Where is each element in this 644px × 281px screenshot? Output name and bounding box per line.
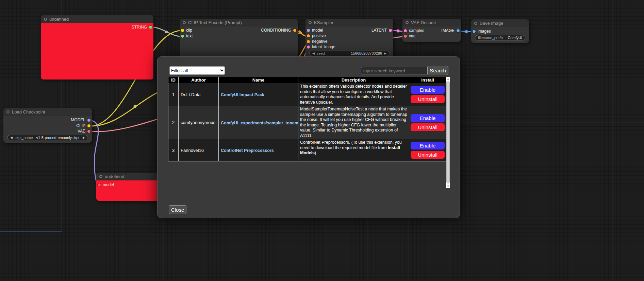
- string-output-port[interactable]: [149, 26, 152, 29]
- widget-label: seed: [317, 51, 325, 55]
- images-input-port[interactable]: [473, 30, 476, 33]
- latent-image-input-port[interactable]: [307, 46, 310, 49]
- scrollbar-up-icon[interactable]: ▲: [446, 77, 450, 81]
- collapse-dot-icon[interactable]: [183, 21, 186, 24]
- input-slot-model: model: [98, 182, 114, 187]
- negative-input-port[interactable]: [307, 40, 310, 43]
- samples-input-port[interactable]: [404, 29, 407, 32]
- collapse-dot-icon[interactable]: [309, 21, 312, 24]
- description-text: This extension offers various detector n…: [300, 84, 407, 105]
- node-title-bar[interactable]: KSampler: [306, 19, 393, 27]
- filename-prefix-widget[interactable]: filename_prefix ComfyUI: [475, 35, 525, 40]
- input-slot-clip: clip: [181, 28, 192, 33]
- widget-value: ComfyUI: [508, 36, 522, 40]
- enable-button[interactable]: Enable: [411, 114, 445, 122]
- cell-name: ComfyUI_experiments/sampler_tonemap: [219, 106, 298, 139]
- node-title-bar[interactable]: VAE Decode: [402, 19, 461, 27]
- decrement-arrow-icon[interactable]: ◀: [312, 52, 315, 55]
- collapse-dot-icon[interactable]: [44, 18, 47, 21]
- description-tail: ): [315, 151, 316, 155]
- output-slot-latent: LATENT: [371, 28, 392, 33]
- model-output-port[interactable]: [87, 119, 90, 122]
- latent-output-port[interactable]: [389, 29, 392, 32]
- input-label: vae: [409, 34, 415, 38]
- collapse-dot-icon[interactable]: [99, 175, 102, 178]
- clip-input-port[interactable]: [181, 29, 184, 32]
- node-title-label: Save Image: [480, 21, 503, 26]
- node-body: samples vae IMAGE: [402, 27, 461, 42]
- prev-arrow-icon[interactable]: ◀: [10, 136, 13, 139]
- table-row: 2 comfyanonymous ComfyUI_experiments/sam…: [168, 106, 446, 139]
- enable-button[interactable]: Enable: [411, 142, 445, 150]
- scrollbar-down-icon[interactable]: ▼: [446, 184, 450, 188]
- node-title-bar[interactable]: Save Image: [471, 19, 529, 27]
- node-body: MODEL CLIP VAE ◀ ckpt_name v1-5-pruned-e…: [3, 116, 92, 143]
- search-input[interactable]: [361, 67, 429, 74]
- node-body: images filename_prefix ComfyUI: [471, 27, 529, 43]
- node-load-checkpoint[interactable]: Load Checkpoint MODEL CLIP VAE ◀ ckpt_na…: [3, 108, 92, 143]
- cell-install: Enable Uninstall: [409, 106, 446, 139]
- image-output-port[interactable]: [457, 29, 460, 32]
- conditioning-output-port[interactable]: [293, 29, 296, 32]
- collapse-dot-icon[interactable]: [474, 22, 477, 25]
- cell-name: ControlNet Preprocessors: [219, 139, 298, 161]
- seed-widget[interactable]: ◀ seed 156680208700286 ▶: [309, 51, 390, 56]
- output-slot-image: IMAGE: [441, 28, 460, 33]
- input-label: clip: [186, 28, 192, 33]
- extension-link[interactable]: ControlNet Preprocessors: [221, 148, 274, 153]
- input-label: latent_image: [312, 45, 335, 49]
- node-title-label: Load Checkpoint: [12, 109, 45, 115]
- input-slot-samples: samples: [404, 28, 424, 33]
- output-label: CONDITIONING: [261, 28, 291, 33]
- node-body: clip text CONDITIONING: [180, 27, 298, 58]
- node-ksampler[interactable]: KSampler model positive negative latent_…: [306, 19, 393, 58]
- uninstall-button[interactable]: Uninstall: [411, 123, 445, 131]
- collapse-dot-icon[interactable]: [6, 110, 10, 113]
- node-title-bar[interactable]: Load Checkpoint: [3, 108, 92, 116]
- output-slot-conditioning: CONDITIONING: [261, 28, 296, 33]
- cell-author: Dr.Lt.Data: [179, 83, 219, 106]
- cell-description: ControlNet Preprocessors. (To use this e…: [298, 139, 409, 161]
- table-scrollbar[interactable]: ▲ ▼: [446, 77, 450, 188]
- search-button[interactable]: Search: [427, 66, 448, 75]
- text-input-port[interactable]: [181, 35, 184, 38]
- increment-arrow-icon[interactable]: ▶: [384, 52, 386, 55]
- cell-install: Enable Uninstall: [409, 139, 446, 161]
- node-title-bar[interactable]: undefined: [41, 15, 153, 23]
- extension-link[interactable]: ComfyUI Impact Pack: [221, 92, 264, 97]
- input-label: samples: [409, 28, 424, 33]
- node-clip-text-encode[interactable]: CLIP Text Encode (Prompt) clip text COND…: [180, 19, 298, 58]
- wire-dot-image: [465, 30, 468, 33]
- table-row: 1 Dr.Lt.Data ComfyUI Impact Pack This ex…: [168, 83, 446, 106]
- collapse-dot-icon[interactable]: [406, 21, 409, 24]
- widget-value: 156680208700286: [351, 51, 382, 55]
- uninstall-button[interactable]: Uninstall: [411, 95, 445, 103]
- close-button[interactable]: Close: [169, 205, 186, 214]
- ckpt-name-widget[interactable]: ◀ ckpt_name v1-5-pruned-emaonly.ckpt ▶: [7, 135, 88, 140]
- filter-dropdown[interactable]: Filter: all: [169, 66, 225, 75]
- model-input-port[interactable]: [307, 29, 310, 32]
- positive-input-port[interactable]: [307, 34, 310, 37]
- input-slot-latent-image: latent_image: [307, 45, 335, 49]
- description-text: ModelSamplerTonemapNoiseTest a node that…: [300, 107, 407, 138]
- model-input-port[interactable]: [98, 183, 101, 187]
- scrollbar-thumb[interactable]: [446, 81, 450, 183]
- node-title-bar[interactable]: CLIP Text Encode (Prompt): [180, 19, 298, 27]
- node-title-label: undefined: [49, 17, 69, 22]
- uninstall-button[interactable]: Uninstall: [411, 151, 445, 159]
- col-header-name: Name: [219, 77, 298, 83]
- clip-output-port[interactable]: [87, 124, 90, 127]
- extension-link[interactable]: ComfyUI_experiments/sampler_tonemap: [221, 121, 298, 125]
- node-vae-decode[interactable]: VAE Decode samples vae IMAGE: [402, 19, 461, 42]
- vae-input-port[interactable]: [404, 35, 407, 38]
- node-save-image[interactable]: Save Image images filename_prefix ComfyU…: [471, 19, 529, 43]
- output-label: LATENT: [371, 28, 387, 33]
- node-canvas[interactable]: undefined STRING CLIP Text Encode (Promp…: [0, 0, 644, 281]
- next-arrow-icon[interactable]: ▶: [83, 136, 85, 139]
- vae-output-port[interactable]: [87, 130, 90, 133]
- input-label: negative: [312, 39, 327, 44]
- node-undefined-top[interactable]: undefined STRING: [41, 15, 153, 80]
- table-header-row: ID Author Name Description Install: [168, 77, 446, 83]
- enable-button[interactable]: Enable: [411, 86, 445, 94]
- widget-label: filename_prefix: [478, 36, 503, 40]
